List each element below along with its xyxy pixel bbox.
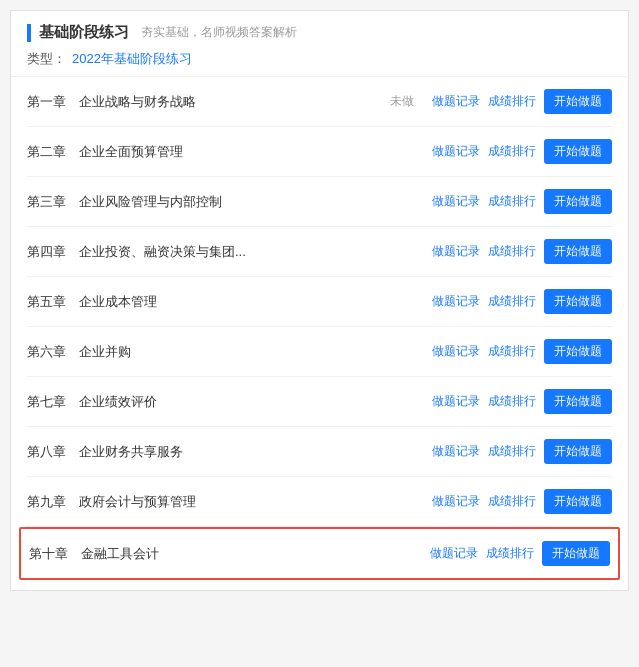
chapter-list: 第一章企业战略与财务战略未做做题记录成绩排行开始做题第二章企业全面预算管理做题记… [11, 77, 628, 580]
section-subtitle: 夯实基础，名师视频答案解析 [141, 24, 297, 41]
chapter-name: 企业并购 [79, 343, 432, 361]
chapter-actions: 做题记录成绩排行开始做题 [432, 339, 612, 364]
start-button[interactable]: 开始做题 [544, 189, 612, 214]
chapter-num: 第九章 [27, 493, 79, 511]
chapter-num: 第五章 [27, 293, 79, 311]
chapter-num: 第二章 [27, 143, 79, 161]
record-link[interactable]: 做题记录 [432, 443, 480, 460]
rank-link[interactable]: 成绩排行 [488, 243, 536, 260]
record-link[interactable]: 做题记录 [432, 293, 480, 310]
chapter-actions: 做题记录成绩排行开始做题 [432, 239, 612, 264]
chapter-actions: 做题记录成绩排行开始做题 [432, 489, 612, 514]
chapter-row: 第六章企业并购做题记录成绩排行开始做题 [27, 327, 612, 377]
rank-link[interactable]: 成绩排行 [488, 493, 536, 510]
chapter-name: 企业财务共享服务 [79, 443, 432, 461]
record-link[interactable]: 做题记录 [432, 143, 480, 160]
chapter-num: 第三章 [27, 193, 79, 211]
header-title: 基础阶段练习 夯实基础，名师视频答案解析 [27, 23, 612, 42]
chapter-name: 政府会计与预算管理 [79, 493, 432, 511]
start-button[interactable]: 开始做题 [542, 541, 610, 566]
chapter-num: 第一章 [27, 93, 79, 111]
chapter-name: 企业成本管理 [79, 293, 432, 311]
rank-link[interactable]: 成绩排行 [488, 293, 536, 310]
start-button[interactable]: 开始做题 [544, 89, 612, 114]
chapter-row: 第七章企业绩效评价做题记录成绩排行开始做题 [27, 377, 612, 427]
chapter-row: 第三章企业风险管理与内部控制做题记录成绩排行开始做题 [27, 177, 612, 227]
chapter-name: 企业风险管理与内部控制 [79, 193, 432, 211]
chapter-actions: 做题记录成绩排行开始做题 [432, 189, 612, 214]
start-button[interactable]: 开始做题 [544, 439, 612, 464]
record-link[interactable]: 做题记录 [432, 493, 480, 510]
title-bar-icon [27, 24, 31, 42]
chapter-row: 第九章政府会计与预算管理做题记录成绩排行开始做题 [27, 477, 612, 527]
type-value[interactable]: 2022年基础阶段练习 [72, 50, 192, 68]
rank-link[interactable]: 成绩排行 [488, 443, 536, 460]
chapter-name: 企业投资、融资决策与集团... [79, 243, 432, 261]
type-row: 类型： 2022年基础阶段练习 [27, 50, 612, 68]
chapter-num: 第七章 [27, 393, 79, 411]
chapter-actions: 做题记录成绩排行开始做题 [432, 439, 612, 464]
main-container: 基础阶段练习 夯实基础，名师视频答案解析 类型： 2022年基础阶段练习 第一章… [10, 10, 629, 591]
chapter-row: 第四章企业投资、融资决策与集团...做题记录成绩排行开始做题 [27, 227, 612, 277]
chapter-num: 第十章 [29, 545, 81, 563]
rank-link[interactable]: 成绩排行 [488, 393, 536, 410]
rank-link[interactable]: 成绩排行 [488, 343, 536, 360]
rank-link[interactable]: 成绩排行 [486, 545, 534, 562]
record-link[interactable]: 做题记录 [432, 343, 480, 360]
chapter-name: 企业战略与财务战略 [79, 93, 390, 111]
chapter-name: 企业全面预算管理 [79, 143, 432, 161]
start-button[interactable]: 开始做题 [544, 239, 612, 264]
chapter-name: 企业绩效评价 [79, 393, 432, 411]
record-link[interactable]: 做题记录 [432, 243, 480, 260]
chapter-actions: 做题记录成绩排行开始做题 [432, 289, 612, 314]
start-button[interactable]: 开始做题 [544, 139, 612, 164]
chapter-num: 第六章 [27, 343, 79, 361]
section-title: 基础阶段练习 [39, 23, 129, 42]
chapter-name: 金融工具会计 [81, 545, 430, 563]
chapter-status: 未做 [390, 93, 414, 110]
chapter-row: 第二章企业全面预算管理做题记录成绩排行开始做题 [27, 127, 612, 177]
chapter-actions: 做题记录成绩排行开始做题 [430, 541, 610, 566]
record-link[interactable]: 做题记录 [432, 193, 480, 210]
chapter-row: 第一章企业战略与财务战略未做做题记录成绩排行开始做题 [27, 77, 612, 127]
start-button[interactable]: 开始做题 [544, 289, 612, 314]
type-label: 类型： [27, 50, 66, 68]
rank-link[interactable]: 成绩排行 [488, 143, 536, 160]
record-link[interactable]: 做题记录 [430, 545, 478, 562]
chapter-num: 第四章 [27, 243, 79, 261]
chapter-actions: 做题记录成绩排行开始做题 [432, 389, 612, 414]
chapter-actions: 做题记录成绩排行开始做题 [432, 139, 612, 164]
chapter-actions: 未做做题记录成绩排行开始做题 [390, 89, 612, 114]
rank-link[interactable]: 成绩排行 [488, 93, 536, 110]
start-button[interactable]: 开始做题 [544, 489, 612, 514]
record-link[interactable]: 做题记录 [432, 393, 480, 410]
chapter-row: 第八章企业财务共享服务做题记录成绩排行开始做题 [27, 427, 612, 477]
start-button[interactable]: 开始做题 [544, 389, 612, 414]
chapter-row: 第十章金融工具会计做题记录成绩排行开始做题 [19, 527, 620, 580]
chapter-num: 第八章 [27, 443, 79, 461]
chapter-row: 第五章企业成本管理做题记录成绩排行开始做题 [27, 277, 612, 327]
rank-link[interactable]: 成绩排行 [488, 193, 536, 210]
record-link[interactable]: 做题记录 [432, 93, 480, 110]
header-section: 基础阶段练习 夯实基础，名师视频答案解析 类型： 2022年基础阶段练习 [11, 11, 628, 77]
start-button[interactable]: 开始做题 [544, 339, 612, 364]
